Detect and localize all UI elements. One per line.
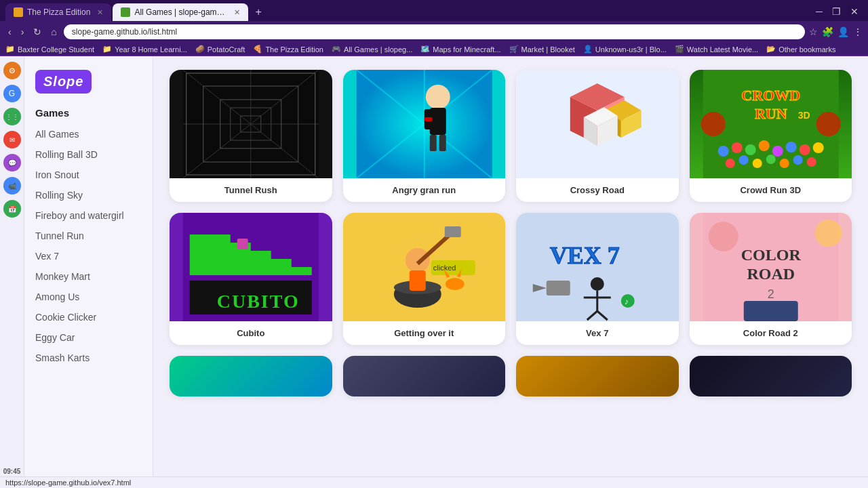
bookmark-maps[interactable]: 🗺️ Maps for Minecraft... [420, 45, 500, 54]
restore-button[interactable]: ❐ [828, 5, 845, 18]
game-card-tunnel-rush[interactable]: Tunnel Rush [170, 70, 332, 202]
sidebar-item-label: Monkey Mart [35, 271, 90, 282]
address-bar[interactable]: slope-game.github.io/list.html [64, 24, 805, 39]
extensions-icon[interactable]: 🧩 [822, 26, 833, 37]
bookmark-icon: 📁 [102, 45, 112, 54]
sidebar-item-rollingsky[interactable]: Rolling Sky [24, 185, 153, 205]
bookmark-pizza[interactable]: 🍕 The Pizza Edition [253, 45, 323, 54]
svg-point-55 [806, 157, 816, 167]
sidebar-item-tunnelrun[interactable]: Tunnel Run [24, 226, 153, 246]
game-card-getting-over-it[interactable]: clicked Getting over it [343, 213, 506, 345]
bookmark-icon: 👤 [583, 45, 593, 54]
sidebar-logo-container: Slope [24, 64, 153, 104]
sidebar-item-cookieclicker[interactable]: Cookie Clicker [24, 307, 153, 327]
svg-rect-24 [429, 135, 436, 151]
sidebar-item-vex7[interactable]: Vex 7 [24, 246, 153, 266]
game-card-crossy-road[interactable]: Crossy Road [516, 70, 679, 202]
tab-label: The Pizza Edition [27, 7, 90, 17]
svg-point-91 [708, 222, 738, 251]
bookmark-other[interactable]: 📂 Other bookmarks [766, 45, 835, 54]
bookmark-movie[interactable]: 🎬 Watch Latest Movie... [675, 45, 758, 54]
reload-button[interactable]: ↻ [31, 25, 44, 39]
svg-point-54 [793, 155, 802, 165]
bookmark-star-icon[interactable]: ☆ [809, 26, 818, 37]
bookmark-market[interactable]: 🛒 Market | Blooket [509, 45, 575, 54]
svg-point-81 [591, 277, 604, 291]
tab-allgames[interactable]: All Games | slope-game.github.io... ✕ [113, 3, 248, 21]
bookmark-icon: 🍕 [253, 45, 262, 54]
sidebar-item-eggycar[interactable]: Eggy Car [24, 327, 153, 348]
game-card-crowd-run[interactable]: CROWD RUN 3D [690, 70, 852, 202]
svg-text:RUN: RUN [754, 105, 787, 122]
game-card-partial-3[interactable] [516, 356, 679, 396]
new-tab-button[interactable]: + [250, 3, 267, 21]
game-card-angry-gran[interactable]: Angry gran run [343, 70, 506, 202]
bookmark-potato[interactable]: 🥔 PotatoCraft [195, 45, 245, 54]
address-text: slope-game.github.io/list.html [72, 27, 797, 37]
svg-text:3D: 3D [797, 110, 810, 121]
logo-text: Slope [43, 74, 83, 89]
game-card-color-road-2[interactable]: COLOR ROAD 2 TAP TO START Color Road 2 [690, 213, 852, 345]
game-title: Color Road 2 [690, 321, 852, 345]
close-button[interactable]: ✕ [846, 5, 863, 18]
game-title: Tunnel Rush [170, 178, 332, 202]
svg-point-53 [779, 159, 789, 168]
sidebar-item-label: Iron Snout [35, 169, 79, 180]
bookmark-year8[interactable]: 📁 Year 8 Home Learni... [102, 45, 187, 54]
game-thumbnail [170, 70, 332, 178]
game-card-partial-4[interactable] [690, 356, 852, 396]
svg-point-70 [405, 248, 429, 272]
menu-icon[interactable]: ⋮ [853, 26, 863, 37]
svg-rect-59 [190, 267, 312, 275]
game-card-partial-1[interactable] [170, 356, 332, 396]
sidebar-item-label: All Games [35, 129, 79, 140]
status-bar: https://slope-game.github.io/vex7.html [0, 476, 868, 488]
game-title: Crossy Road [516, 178, 679, 202]
sidebar-item-label: Among Us [35, 291, 79, 302]
bookmark-icon: 🎬 [675, 45, 684, 54]
game-card-vex7[interactable]: VEX 7 ♪ Vex 7 [516, 213, 679, 345]
game-title: Getting over it [343, 321, 506, 345]
bookmark-baxter[interactable]: 📁 Baxter College Student [5, 45, 94, 54]
tab-pizza[interactable]: The Pizza Edition ✕ [5, 3, 111, 21]
game-thumbnail [170, 356, 332, 396]
sidebar-item-label: Eggy Car [35, 332, 75, 343]
sidebar-item-monkeymart[interactable]: Monkey Mart [24, 266, 153, 287]
profile-icon[interactable]: 👤 [837, 26, 849, 37]
game-title: Vex 7 [516, 321, 679, 345]
tab-close-icon[interactable]: ✕ [97, 8, 103, 17]
game-card-partial-2[interactable] [343, 356, 506, 396]
bookmark-allgames[interactable]: 🎮 All Games | slopeg... [332, 45, 412, 54]
svg-point-50 [738, 155, 748, 165]
tab-favicon [14, 7, 23, 17]
svg-point-92 [814, 220, 842, 247]
tab-close-icon[interactable]: ✕ [234, 8, 240, 17]
bookmark-unknown[interactable]: 👤 Unknown-us3r | Blo... [583, 45, 667, 54]
logo-box: Slope [35, 70, 92, 94]
sidebar-item-smashkarts[interactable]: Smash Karts [24, 348, 153, 368]
svg-rect-61 [190, 251, 271, 259]
game-thumbnail: CROWD RUN 3D [690, 70, 852, 178]
sidebar-item-fireboy[interactable]: Fireboy and watergirl [24, 205, 153, 226]
svg-text:2: 2 [767, 287, 774, 301]
sidebar-item-allgames[interactable]: All Games [24, 124, 153, 144]
sidebar-item-amongus[interactable]: Among Us [24, 287, 153, 307]
svg-point-43 [745, 144, 755, 155]
sidebar-item-rollingball[interactable]: Rolling Ball 3D [24, 144, 153, 165]
svg-point-21 [425, 85, 450, 109]
calendar-icon: 📅 [3, 200, 21, 218]
svg-text:VEX 7: VEX 7 [550, 242, 620, 269]
meet-icon: 📹 [3, 177, 21, 195]
sidebar-item-ironsnout[interactable]: Iron Snout [24, 165, 153, 185]
forward-button[interactable]: › [18, 25, 27, 39]
svg-text:♪: ♪ [625, 297, 629, 306]
svg-text:COLOR: COLOR [741, 246, 801, 264]
sidebar-item-label: Vex 7 [35, 251, 59, 262]
back-button[interactable]: ‹ [5, 25, 14, 39]
home-button[interactable]: ⌂ [48, 25, 59, 39]
minimize-button[interactable]: ─ [812, 5, 827, 18]
svg-point-57 [816, 112, 840, 136]
profile-avatar-1[interactable]: ⊙ [3, 62, 21, 79]
game-card-cubito[interactable]: CUBITO Cubito [170, 213, 332, 345]
game-thumbnail [690, 356, 852, 396]
